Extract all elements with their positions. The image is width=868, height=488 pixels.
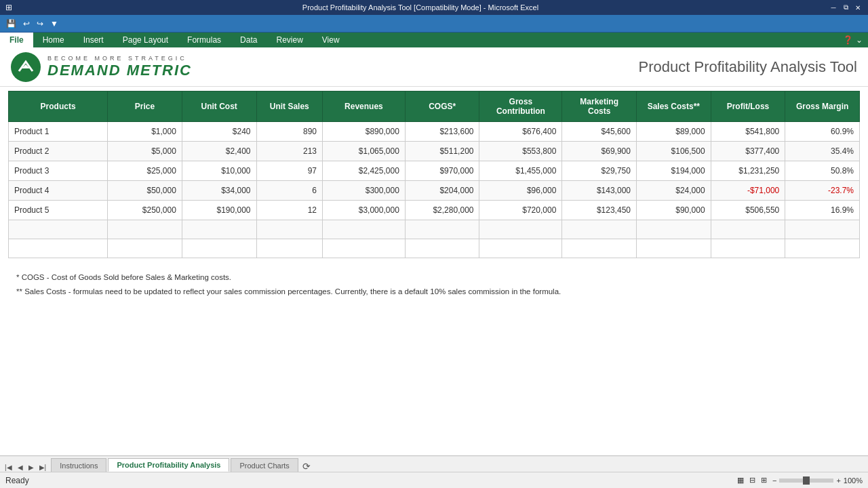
logo-icon [11, 52, 41, 82]
status-bar: Ready ▦ ⊟ ⊞ − + 100% [0, 472, 868, 488]
dropdown-quick-btn[interactable]: ▼ [48, 18, 60, 30]
undo-quick-btn[interactable]: ↩ [21, 18, 32, 30]
col-header-products: Products [9, 92, 108, 122]
main-content: Products Price Unit Cost Unit Sales Reve… [0, 91, 868, 306]
table-row: Product 1$1,000$240890$890,000$213,600$6… [9, 122, 860, 142]
product-table: Products Price Unit Cost Unit Sales Reve… [8, 91, 860, 258]
table-cell: $96,000 [479, 181, 562, 201]
sheet-nav-next[interactable]: ▶ [26, 463, 36, 472]
table-cell: $69,900 [562, 142, 637, 161]
tab-file[interactable]: File [0, 33, 33, 47]
view-page-break-icon[interactable]: ⊞ [761, 476, 767, 485]
table-cell: $106,500 [636, 142, 711, 161]
tab-review[interactable]: Review [267, 33, 312, 47]
table-row-empty-2 [9, 239, 860, 258]
title-bar-left: ⊞ [5, 3, 12, 12]
tab-data[interactable]: Data [231, 33, 267, 47]
quick-access-toolbar: 💾 ↩ ↪ ▼ [0, 15, 868, 33]
zoom-out-icon[interactable]: − [772, 476, 776, 485]
logo-container: Become More Strategic Demand Metric [11, 52, 192, 82]
note-2: ** Sales Costs - formulas need to be upd… [16, 285, 852, 299]
view-layout-icon[interactable]: ⊟ [749, 476, 755, 485]
table-cell: $45,600 [562, 122, 637, 142]
minimize-button[interactable]: ─ [829, 3, 838, 12]
table-cell: $511,200 [405, 142, 479, 161]
table-cell: $194,000 [636, 161, 711, 181]
sheet-nav-last[interactable]: ▶| [37, 463, 49, 472]
col-header-profit-loss: Profit/Loss [711, 92, 785, 122]
tab-home[interactable]: Home [33, 33, 74, 47]
table-cell: $250,000 [108, 201, 182, 220]
table-cell: 50.8% [785, 161, 860, 181]
table-cell: 6 [256, 181, 322, 201]
sheet-nav-prev[interactable]: ◀ [16, 463, 25, 472]
table-cell: 35.4% [785, 142, 860, 161]
logo-tagline: Become More Strategic [47, 55, 192, 62]
table-cell: 213 [256, 142, 322, 161]
table-cell: $2,425,000 [322, 161, 405, 181]
redo-quick-btn[interactable]: ↪ [35, 18, 45, 30]
table-cell: $29,750 [562, 161, 637, 181]
table-cell: Product 1 [9, 122, 108, 142]
insert-sheet-icon[interactable]: ⟳ [302, 461, 311, 472]
table-cell: $2,400 [182, 142, 256, 161]
table-cell: $89,000 [636, 122, 711, 142]
col-header-sales-costs: Sales Costs** [636, 92, 711, 122]
table-row: Product 5$250,000$190,00012$3,000,000$2,… [9, 201, 860, 220]
table-cell: Product 2 [9, 142, 108, 161]
view-normal-icon[interactable]: ▦ [737, 476, 744, 485]
table-cell: $143,000 [562, 181, 637, 201]
sheet-tab-product-charts[interactable]: Product Charts [231, 458, 298, 472]
tab-formulas[interactable]: Formulas [178, 33, 231, 47]
col-header-marketing-costs: MarketingCosts [562, 92, 637, 122]
ribbon-minimize-icon[interactable]: ⌄ [856, 35, 863, 45]
table-cell: Product 5 [9, 201, 108, 220]
col-header-gross-contribution: GrossContribution [479, 92, 562, 122]
table-cell: $3,000,000 [322, 201, 405, 220]
help-icon[interactable]: ❓ [843, 35, 853, 45]
table-cell: $1,231,250 [711, 161, 785, 181]
tab-insert[interactable]: Insert [74, 33, 113, 47]
table-cell: 97 [256, 161, 322, 181]
restore-button[interactable]: ⧉ [841, 3, 850, 12]
title-bar-title: Product Profitability Analysis Tool [Com… [12, 3, 829, 12]
logo-text: Become More Strategic Demand Metric [47, 55, 192, 79]
title-bar-controls: ─ ⧉ ✕ [829, 3, 863, 12]
table-cell: $213,600 [405, 122, 479, 142]
sheet-tab-instructions[interactable]: Instructions [51, 458, 106, 472]
table-cell: $2,280,000 [405, 201, 479, 220]
table-row: Product 2$5,000$2,400213$1,065,000$511,2… [9, 142, 860, 161]
ribbon-right-controls: ❓ ⌄ [843, 35, 868, 45]
tab-view[interactable]: View [313, 33, 349, 47]
col-header-unit-cost: Unit Cost [182, 92, 256, 122]
table-cell: $1,455,000 [479, 161, 562, 181]
table-cell: $890,000 [322, 122, 405, 142]
logo-brand: Demand Metric [47, 62, 192, 79]
table-row: Product 3$25,000$10,00097$2,425,000$970,… [9, 161, 860, 181]
table-cell: $25,000 [108, 161, 182, 181]
table-cell: 12 [256, 201, 322, 220]
table-cell: $676,400 [479, 122, 562, 142]
sheet-nav: |◀ ◀ ▶ ▶| [3, 463, 48, 472]
sheet-nav-first[interactable]: |◀ [3, 463, 14, 472]
table-cell: $190,000 [182, 201, 256, 220]
title-bar: ⊞ Product Profitability Analysis Tool [C… [0, 0, 868, 15]
ribbon-tabs: File Home Insert Page Layout Formulas Da… [0, 33, 868, 47]
col-header-gross-margin: Gross Margin [785, 92, 860, 122]
status-right: ▦ ⊟ ⊞ − + 100% [737, 476, 863, 485]
table-cell: $377,400 [711, 142, 785, 161]
table-cell: $506,550 [711, 201, 785, 220]
col-header-unit-sales: Unit Sales [256, 92, 322, 122]
zoom-in-icon[interactable]: + [836, 476, 840, 485]
tab-page-layout[interactable]: Page Layout [113, 33, 178, 47]
table-cell: $5,000 [108, 142, 182, 161]
sheet-tabs: |◀ ◀ ▶ ▶| Instructions Product Profitabi… [0, 455, 868, 472]
save-quick-btn[interactable]: 💾 [4, 18, 18, 30]
table-cell: $240 [182, 122, 256, 142]
table-cell: $123,450 [562, 201, 637, 220]
sheet-tab-product-profitability[interactable]: Product Profitability Analysis [108, 458, 229, 472]
close-button[interactable]: ✕ [853, 3, 863, 12]
table-cell: $970,000 [405, 161, 479, 181]
zoom-slider[interactable] [779, 479, 833, 483]
table-cell: $553,800 [479, 142, 562, 161]
